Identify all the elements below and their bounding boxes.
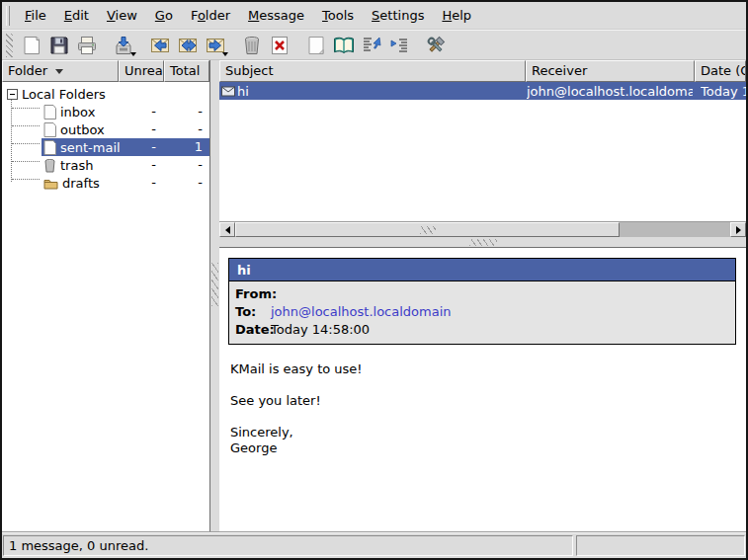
file-icon (43, 140, 56, 155)
total-count: - (164, 120, 208, 138)
folder-label: drafts (62, 176, 100, 191)
collapse-expander-icon[interactable] (7, 89, 18, 100)
toolbar-drag-handle[interactable] (6, 34, 13, 57)
print-button[interactable] (73, 32, 101, 59)
folder-list-header: Folder Unread Total (2, 60, 209, 82)
message-list: hi john@localhost.localdomain Today 14 (219, 82, 746, 221)
file-icon (43, 105, 56, 120)
reply-all-icon (176, 35, 200, 56)
new-message-button[interactable] (18, 32, 45, 59)
status-panel-secondary (576, 535, 745, 556)
menu-folder[interactable]: Folder (182, 5, 239, 26)
menu-view[interactable]: View (98, 5, 146, 26)
menu-edit[interactable]: Edit (55, 5, 98, 26)
menu-settings[interactable]: Settings (363, 5, 433, 26)
apply-filters-button[interactable] (385, 32, 413, 59)
unread-count: - (119, 103, 164, 120)
folder-pane: Folder Unread Total Local Folders (2, 60, 210, 531)
blank-page-icon (305, 35, 327, 56)
menu-message[interactable]: Message (239, 5, 313, 26)
reply-icon (148, 35, 172, 56)
list-select-icon (361, 35, 382, 56)
splitter-grip[interactable] (211, 263, 218, 306)
scroll-right-button[interactable] (730, 222, 746, 237)
message-row[interactable]: hi john@localhost.localdomain Today 14 (219, 82, 746, 100)
folder-tree: Local Folders inbox - - outbox (2, 82, 209, 531)
total-column-header[interactable]: Total (164, 60, 209, 82)
menu-go[interactable]: Go (146, 5, 182, 26)
folder-row-drafts[interactable]: drafts - - (2, 174, 209, 192)
menu-file[interactable]: File (16, 5, 55, 26)
delete-message-icon (269, 35, 291, 56)
configure-button[interactable] (422, 32, 450, 59)
menu-tools[interactable]: Tools (313, 5, 363, 26)
configure-icon (424, 35, 448, 56)
folder-column-header[interactable]: Folder (2, 60, 119, 82)
mark-message-button[interactable] (358, 32, 385, 59)
date-column-header[interactable]: Date (O (695, 60, 746, 82)
message-subject: hi (237, 84, 249, 99)
horizontal-scrollbar[interactable] (219, 221, 746, 237)
save-button[interactable] (45, 32, 73, 59)
status-bar: 1 message, 0 unread. (2, 531, 746, 558)
print-icon (76, 35, 98, 56)
menu-bar: File Edit View Go Folder Message Tools S… (2, 2, 746, 30)
dropdown-caret-icon (130, 52, 136, 56)
folder-row-inbox[interactable]: inbox - - (2, 103, 209, 120)
message-body: KMail is easy to use! See you later! Sin… (230, 361, 737, 456)
folder-label: trash (60, 158, 93, 173)
message-header-fields: From: To: john@localhost.localdomain Dat… (229, 281, 735, 344)
from-field: From: (229, 285, 735, 303)
folder-label: sent-mail (60, 140, 121, 155)
scrollbar-grip (420, 226, 436, 234)
new-message-icon (21, 35, 42, 56)
scroll-left-button[interactable] (219, 222, 235, 237)
unread-count: - (119, 156, 164, 174)
folder-row-local-folders[interactable]: Local Folders (2, 85, 209, 103)
trash-icon (43, 158, 56, 173)
folder-row-sent-mail[interactable]: sent-mail - 1 (2, 138, 209, 156)
reply-button[interactable] (146, 32, 174, 59)
folder-label: inbox (60, 105, 95, 120)
message-preview: hi From: To: john@localhost.localdomain … (219, 247, 746, 531)
folder-row-trash[interactable]: trash - - (2, 156, 209, 174)
envelope-icon (221, 86, 236, 97)
address-book-button[interactable] (330, 32, 358, 59)
scrollbar-thumb[interactable] (235, 222, 620, 237)
message-list-header: Subject Receiver Date (O (219, 60, 746, 82)
move-to-trash-button[interactable] (238, 32, 266, 59)
reply-all-button[interactable] (174, 32, 202, 59)
to-address-link[interactable]: john@localhost.localdomain (271, 303, 452, 321)
unread-count: - (119, 120, 164, 138)
forward-button[interactable] (202, 32, 229, 59)
message-receiver: john@localhost.localdomain (527, 84, 693, 99)
scrollbar-track[interactable] (620, 222, 730, 237)
unread-count: - (119, 138, 164, 156)
menu-help[interactable]: Help (433, 5, 480, 26)
folder-row-outbox[interactable]: outbox - - (2, 120, 209, 138)
unread-column-header[interactable]: Unread (119, 60, 164, 82)
check-mail-button[interactable] (110, 32, 137, 59)
arrow-right-icon (736, 226, 741, 234)
arrow-left-icon (225, 226, 230, 234)
delete-message-button[interactable] (266, 32, 293, 59)
total-count: 1 (164, 138, 208, 156)
subject-column-header[interactable]: Subject (219, 60, 526, 82)
jump-to-list-icon (388, 35, 410, 56)
to-field: To: john@localhost.localdomain (229, 303, 735, 321)
main-toolbar (2, 30, 746, 60)
total-count: - (164, 103, 208, 120)
receiver-column-header[interactable]: Receiver (526, 60, 695, 82)
trash-icon (241, 35, 263, 56)
menubar-drag-handle[interactable] (6, 6, 10, 26)
folder-label: outbox (60, 122, 105, 137)
new-window-button[interactable] (302, 32, 330, 59)
vertical-splitter[interactable] (210, 60, 219, 531)
sort-descending-icon (55, 69, 63, 74)
splitter-grip[interactable] (469, 239, 497, 246)
kmail-window: File Edit View Go Folder Message Tools S… (0, 0, 748, 560)
horizontal-splitter[interactable] (219, 237, 746, 247)
message-pane: Subject Receiver Date (O hi john@localho… (219, 60, 746, 531)
file-icon (43, 122, 56, 137)
folder-label: Local Folders (22, 87, 106, 102)
